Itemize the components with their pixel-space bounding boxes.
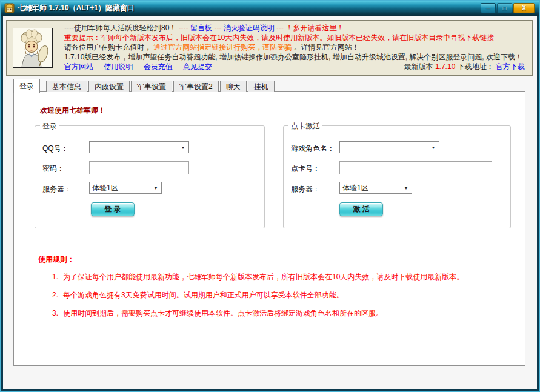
- purchase-notice-text: 请各位用户在购卡充值时，: [64, 43, 152, 51]
- version-suffix: 下载地址：: [458, 62, 494, 71]
- usage-rule-item: 3. 使用时间到期后，需要购买点卡才可继续使用本软件。点卡激活后将绑定游戏角色名…: [52, 309, 383, 318]
- tab-military-settings[interactable]: 军事设置: [131, 81, 172, 92]
- rule-number: 1.: [52, 273, 58, 282]
- important-notice-text: 重要提示：军师每个新版本发布后，旧版本会在10天内失效，请及时使用新版本。如旧版…: [64, 33, 494, 42]
- close-button[interactable]: X: [513, 3, 535, 13]
- dash-separator: ----: [179, 24, 188, 32]
- tab-chat[interactable]: 聊天: [220, 81, 247, 92]
- header-links: 官方网站 使用说明 会员充值 意见提交: [64, 62, 221, 71]
- dash-separator: ---: [276, 24, 284, 32]
- notice-line-1: ----使用军师每天活跃度轻松到80！ ---- 留言板 --- 消灭验证码说明…: [64, 23, 526, 33]
- version-number: 1.7.10: [435, 62, 455, 71]
- chevron-down-icon: ▼: [178, 145, 188, 150]
- card-number-field[interactable]: [339, 161, 492, 174]
- window-body: ----使用军师每天活跃度轻松到80！ ---- 留言板 --- 消灭验证码说明…: [3, 16, 537, 389]
- role-name-combobox[interactable]: ▼: [339, 141, 439, 153]
- purchase-notice-tail: 。详情见官方网站！: [294, 43, 359, 51]
- chevron-down-icon: ▼: [401, 186, 412, 190]
- rule-number: 2.: [52, 291, 58, 300]
- maximize-button[interactable]: □: [497, 3, 512, 13]
- password-label: 密码：: [42, 162, 64, 174]
- tab-military-settings2[interactable]: 军事设置2: [173, 81, 219, 92]
- tab-afk[interactable]: 挂机: [248, 81, 275, 92]
- server-combobox[interactable]: 体验1区 ▼: [89, 182, 162, 194]
- dash-separator: ---: [214, 24, 221, 32]
- notice-line-2: 重要提示：军师每个新版本发布后，旧版本会在10天内失效，请及时使用新版本。如旧版…: [64, 33, 526, 42]
- chevron-down-icon: ▼: [150, 186, 161, 190]
- password-field[interactable]: [89, 161, 189, 174]
- minimize-button[interactable]: ─: [481, 3, 496, 13]
- app-window: 七雄军师 1.7.10（ALT+1）隐藏窗口 ─ □ X: [0, 0, 540, 392]
- usage-rule-item: 2. 每个游戏角色拥有3天免费试用时间。试用期用户和正式用户可以享受本软件全部功…: [52, 291, 344, 300]
- version-note: 最新版本 1.7.10 下载地址： 官方下载: [404, 62, 525, 71]
- notice-line1-text: ----使用军师每天活跃度轻松到80！: [64, 24, 176, 32]
- login-tab-panel: 欢迎使用七雄军师！ 登录 QQ号： ▼ 密码： 服务器： 体验1区 ▼ 登 录: [13, 91, 525, 366]
- tab-basic-info[interactable]: 基本信息: [46, 81, 87, 92]
- official-download-link[interactable]: 官方下载: [496, 62, 525, 71]
- role-name-label: 游戏角色名：: [291, 142, 335, 154]
- qq-label: QQ号：: [42, 142, 68, 154]
- activate-button[interactable]: 激 活: [339, 202, 383, 216]
- activation-groupbox-legend: 点卡激活: [288, 121, 322, 131]
- multi-open-alert: ！多开请看这里！: [285, 24, 344, 32]
- rule-text: 为了保证每个用户都能使用最新功能，七雄军师每个新版本发布后，所有旧版本会在10天…: [63, 273, 464, 282]
- tab-strip: 登录 基本信息 内政设置 军事设置 军事设置2 聊天 挂机: [13, 78, 276, 92]
- window-controls: ─ □ X: [479, 3, 535, 13]
- recharge-link[interactable]: 会员充值: [144, 62, 173, 71]
- rule-text: 使用时间到期后，需要购买点卡才可继续使用本软件。点卡激活后将绑定游戏角色名和所在…: [63, 309, 383, 318]
- server-label: 服务器：: [291, 183, 320, 195]
- app-icon: [4, 3, 15, 13]
- login-groupbox-legend: 登录: [40, 121, 59, 131]
- chevron-down-icon: ▼: [428, 145, 439, 150]
- rule-text: 每个游戏角色拥有3天免费试用时间。试用期用户和正式用户可以享受本软件全部功能。: [63, 291, 344, 300]
- release-note-text: 1.7.10版已经发布，增加声望任务自动答题功能, 增加热键操作加强办公室隐形挂…: [64, 53, 522, 61]
- advisor-avatar-image: [13, 28, 53, 68]
- card-number-label: 点卡号：: [291, 162, 320, 174]
- header-links-row: 官方网站 使用说明 会员充值 意见提交 最新版本 1.7.10 下载地址： 官方…: [64, 62, 525, 71]
- title-bar: 七雄军师 1.7.10（ALT+1）隐藏窗口 ─ □ X: [1, 1, 539, 16]
- notice-panel: ----使用军师每天活跃度轻松到80！ ---- 留言板 --- 消灭验证码说明…: [6, 20, 533, 76]
- usage-rule-item: 1. 为了保证每个用户都能使用最新功能，七雄军师每个新版本发布后，所有旧版本会在…: [52, 273, 464, 282]
- welcome-message: 欢迎使用七雄军师！: [40, 105, 105, 116]
- server-combobox-value: 体验1区: [90, 183, 150, 193]
- manual-link[interactable]: 使用说明: [104, 62, 133, 71]
- activation-server-combobox[interactable]: 体验1区 ▼: [339, 182, 412, 194]
- notice-line-3: 请各位用户在购卡充值时， 通过官方网站指定链接进行购买，谨防受骗 。详情见官方网…: [64, 42, 526, 52]
- login-button[interactable]: 登 录: [91, 202, 135, 216]
- tab-internal-settings[interactable]: 内政设置: [88, 81, 130, 92]
- notice-text: ----使用军师每天活跃度轻松到80！ ---- 留言板 --- 消灭验证码说明…: [64, 23, 526, 62]
- official-site-link[interactable]: 官方网站: [64, 62, 93, 71]
- message-board-link[interactable]: 留言板: [190, 24, 212, 32]
- login-groupbox: 登录 QQ号： ▼ 密码： 服务器： 体验1区 ▼ 登 录: [35, 125, 265, 228]
- window-title: 七雄军师 1.7.10（ALT+1）隐藏窗口: [18, 1, 135, 16]
- feedback-link[interactable]: 意见提交: [183, 62, 212, 71]
- purchase-warning-text: 通过官方网站指定链接进行购买，谨防受骗: [153, 43, 292, 51]
- captcha-help-link[interactable]: 消灭验证码说明: [224, 24, 275, 32]
- version-prefix: 最新版本: [404, 62, 433, 71]
- notice-line-4: 1.7.10版已经发布，增加声望任务自动答题功能, 增加热键操作加强办公室隐形挂…: [64, 52, 526, 62]
- tab-login[interactable]: 登录: [13, 79, 40, 93]
- rule-number: 3.: [52, 309, 58, 318]
- server-label: 服务器：: [42, 183, 72, 195]
- qq-combobox[interactable]: ▼: [89, 141, 189, 153]
- activation-groupbox: 点卡激活 游戏角色名： ▼ 点卡号： 服务器： 体验1区 ▼ 激 活: [283, 125, 511, 228]
- usage-rules-title: 使用规则：: [38, 254, 75, 265]
- activation-server-value: 体验1区: [340, 183, 401, 193]
